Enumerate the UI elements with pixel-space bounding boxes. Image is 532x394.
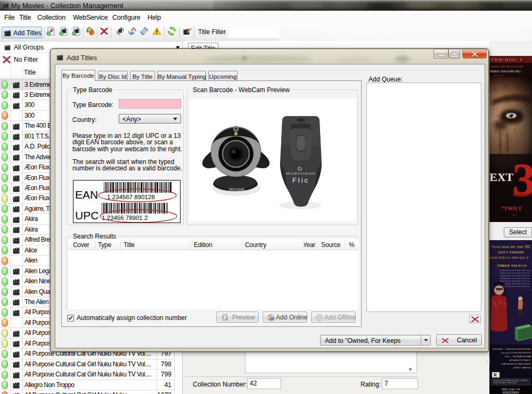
svg-text:BOX DU: BOX DU: [494, 74, 504, 77]
svg-text:1 234567 890128: 1 234567 890128: [107, 194, 155, 200]
svg-text:by APPLAUSE PICTURES, BOM FIL: by APPLAUSE PICTURES, BOM FIL: [501, 363, 531, 365]
svg-text:R: R: [494, 373, 497, 377]
svg-text:EAN: EAN: [75, 188, 98, 201]
svg-text:“JUST MAY BE THE SIC: “JUST MAY BE THE SIC: [490, 244, 531, 249]
svg-text:LICK YOU’LL SEE ALL Y: LICK YOU’LL SEE ALL Y: [489, 256, 529, 259]
svg-text:"BOX" — THE JAPAN EXTRAVA: "BOX" — THE JAPAN EXTRAVA: [505, 356, 531, 358]
svg-text:WIDESCREEN: WIDESCREEN: [503, 391, 519, 394]
svg-text:THREE TALES O: THREE TALES O: [497, 264, 527, 268]
svg-text:FROM THE NIGHTMARE: FROM THE NIGHTMARE: [490, 65, 524, 68]
svg-text:A FRUIT CHAN FILM: A FRUIT CHAN FILM: [514, 367, 531, 369]
svg-text:MOST TWISTE: MOST TWISTE: [498, 250, 524, 255]
svg-text:Flic: Flic: [292, 177, 309, 184]
svg-text:“TWO T: “TWO T: [501, 206, 522, 211]
svg-text:EXT: EXT: [489, 170, 514, 184]
svg-text:– EX: – EX: [510, 214, 517, 217]
svg-text:"SOUR JAZZ" — THE HONG KONG FI: "SOUR JAZZ" — THE HONG KONG FILM FEST: [492, 348, 531, 350]
svg-text:APPLAUSE PICTURES LT: APPLAUSE PICTURES LT: [509, 359, 531, 362]
svg-text:Starring LIL KYUNG-HUN LEE WO: Starring LIL KYUNG-HUN LEE WOO: [501, 352, 531, 354]
svg-text:Exploring the outer limits of: Exploring the outer limits of the ima: [500, 275, 530, 277]
svg-text:MIIKE TAKASHI FRU: MIIKE TAKASHI FRU: [490, 70, 521, 73]
svg-text:TWO-DISC S: TWO-DISC S: [491, 58, 523, 62]
svg-text:3: 3: [513, 154, 532, 204]
svg-text:Exploring the outer limits of: Exploring the outer limits of the ima: [500, 269, 530, 272]
svg-text:2004 • Color • Fa: 2004 • Color • Fa: [502, 388, 520, 391]
svg-text:MICROVISION: MICROVISION: [287, 172, 316, 176]
svg-text:UPC: UPC: [75, 209, 99, 221]
svg-text:SOME SEXUALITY AND LANG: SOME SEXUALITY AND LANG: [493, 382, 517, 384]
svg-text:Microsoft: Microsoft: [229, 187, 244, 191]
